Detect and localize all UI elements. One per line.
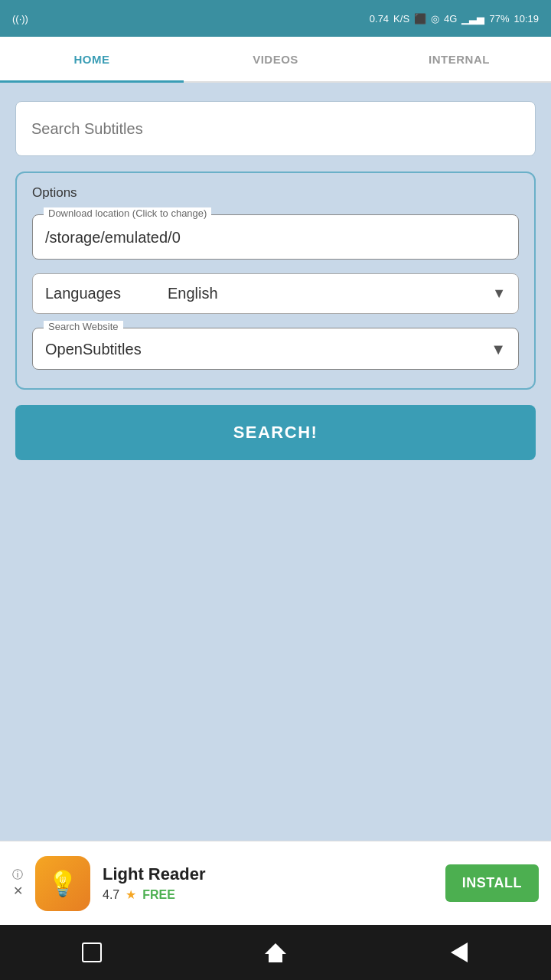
tab-home[interactable]: HOME <box>0 37 184 81</box>
tab-videos[interactable]: VIDEOS <box>184 37 367 81</box>
nav-back-button[interactable] <box>444 937 474 968</box>
close-ad-icon[interactable]: ✕ <box>13 884 23 898</box>
ad-star-icon: ★ <box>126 887 136 902</box>
languages-dropdown[interactable]: Languages English ▼ <box>32 273 519 314</box>
network-unit: K/S <box>393 13 409 24</box>
search-website-value: OpenSubtitles <box>45 341 491 358</box>
languages-label: Languages <box>45 285 168 302</box>
tab-internal[interactable]: INTERNAL <box>367 37 551 81</box>
ad-rating-row: 4.7 ★ FREE <box>103 887 433 902</box>
nav-bar <box>0 925 551 980</box>
ad-banner: ⓘ ✕ 💡 Light Reader 4.7 ★ FREE INSTALL <box>0 841 551 925</box>
main-content: Options Download location (Click to chan… <box>0 83 551 841</box>
languages-dropdown-arrow-icon: ▼ <box>492 286 506 302</box>
download-location-group[interactable]: Download location (Click to change) /sto… <box>32 214 519 260</box>
info-icon: ⓘ <box>12 868 23 882</box>
download-location-legend: Download location (Click to change) <box>44 207 211 219</box>
search-website-legend: Search Website <box>44 321 123 332</box>
search-website-group[interactable]: Search Website OpenSubtitles ▼ <box>32 328 519 370</box>
recents-icon <box>82 942 102 962</box>
ad-install-button[interactable]: INSTALL <box>445 864 539 902</box>
search-website-row: OpenSubtitles ▼ <box>45 341 506 358</box>
search-website-dropdown-arrow-icon: ▼ <box>491 341 506 358</box>
back-icon <box>451 942 468 962</box>
ad-pricing-label: FREE <box>142 888 175 902</box>
search-input[interactable] <box>31 120 520 138</box>
ad-details: Light Reader 4.7 ★ FREE <box>103 864 433 902</box>
ad-info-section: ⓘ ✕ <box>12 868 23 898</box>
network-speed: 0.74 <box>370 13 389 24</box>
download-location-value: /storage/emulated/0 <box>45 229 506 247</box>
nav-recents-button[interactable] <box>77 937 107 968</box>
languages-value: English <box>168 285 492 302</box>
ad-app-icon: 💡 <box>35 856 90 911</box>
status-bar: ((·)) 0.74 K/S ⬛ ◎ 4G ▁▃▅ 77% 10:19 <box>0 0 551 37</box>
signal-bars: ▁▃▅ <box>461 13 484 24</box>
nav-home-button[interactable] <box>260 937 291 968</box>
wifi-icon: ◎ <box>431 13 439 24</box>
signal-icon: ((·)) <box>12 13 28 24</box>
search-container[interactable] <box>15 101 536 156</box>
status-left: ((·)) <box>12 13 28 24</box>
tab-bar: HOME VIDEOS INTERNAL <box>0 37 551 83</box>
ad-rating-number: 4.7 <box>103 888 119 902</box>
ad-app-name: Light Reader <box>103 864 433 884</box>
status-right: 0.74 K/S ⬛ ◎ 4G ▁▃▅ 77% 10:19 <box>370 13 539 24</box>
options-title: Options <box>32 185 519 201</box>
search-button[interactable]: SEARCH! <box>15 405 536 460</box>
battery-level: 77% <box>489 13 509 24</box>
home-icon <box>265 943 286 962</box>
time-display: 10:19 <box>514 13 539 24</box>
4g-icon: 4G <box>444 13 457 24</box>
options-panel: Options Download location (Click to chan… <box>15 172 536 390</box>
cast-icon: ⬛ <box>414 13 426 24</box>
